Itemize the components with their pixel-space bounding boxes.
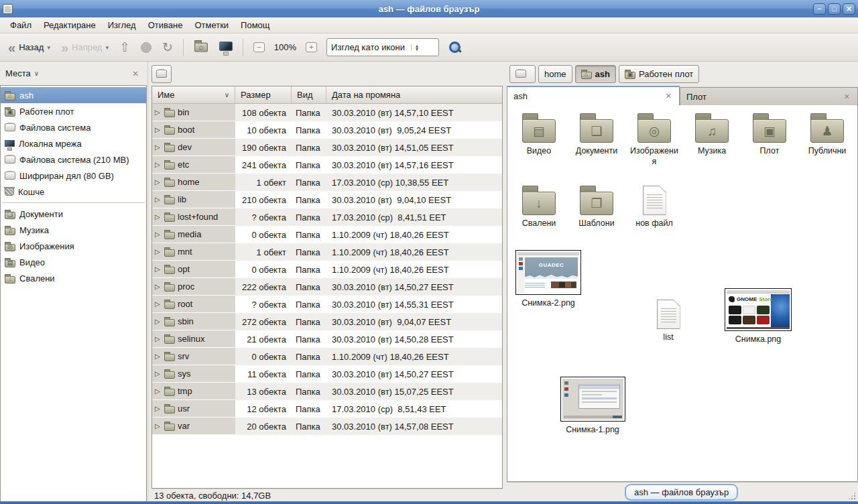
table-row[interactable]: ▷ usr 12 обекта Папка 17.03.2010 (ср) 8,…: [152, 400, 502, 418]
maximize-button[interactable]: □: [828, 3, 841, 15]
table-row[interactable]: ▷ srv 0 обекта Папка 1.10.2009 (чт) 18,4…: [152, 348, 502, 365]
expander-icon[interactable]: ▷: [155, 405, 162, 412]
table-row[interactable]: ▷ boot 10 обекта Папка 30.03.2010 (вт) 9…: [152, 121, 502, 139]
menu-item[interactable]: Помощ: [235, 18, 275, 32]
table-row[interactable]: ▷ media 0 обекта Папка 1.10.2009 (чт) 18…: [152, 226, 502, 243]
expander-icon[interactable]: ▷: [155, 126, 162, 133]
tab-close-icon[interactable]: ✕: [843, 92, 851, 101]
view-mode-select[interactable]: Изглед като икони ▴▾: [326, 38, 439, 56]
forward-button[interactable]: » Напред ▾: [57, 40, 113, 56]
home-button[interactable]: [190, 41, 212, 54]
titlebar[interactable]: ash — файлов браузър − □ ✕: [0, 0, 858, 17]
tab[interactable]: Плот ✕: [680, 87, 858, 105]
back-button[interactable]: « Назад ▾: [4, 40, 54, 56]
expander-icon[interactable]: ▷: [155, 109, 162, 116]
expander-icon[interactable]: ▷: [155, 370, 162, 377]
icon-item[interactable]: нов файл: [625, 183, 683, 231]
table-row[interactable]: ▷ opt 0 обекта Папка 1.10.2009 (чт) 18,4…: [152, 261, 502, 278]
path-button[interactable]: Работен плот: [619, 65, 699, 83]
tab[interactable]: ash ✕: [507, 86, 680, 105]
zoom-out-button[interactable]: −: [249, 40, 269, 55]
expander-icon[interactable]: ▷: [155, 265, 162, 273]
sidebar-close-icon[interactable]: ✕: [129, 68, 141, 80]
tab-close-icon[interactable]: ✕: [664, 92, 673, 101]
path-button[interactable]: ash: [575, 65, 616, 83]
expander-icon[interactable]: ▷: [155, 231, 162, 238]
icon-item[interactable]: Шаблони: [568, 183, 625, 231]
expander-icon[interactable]: ▷: [155, 318, 162, 325]
expander-icon[interactable]: ▷: [155, 248, 162, 255]
expander-icon[interactable]: ▷: [155, 422, 162, 430]
table-row[interactable]: ▷ mnt 1 обект Папка 1.10.2009 (чт) 18,40…: [152, 243, 502, 261]
table-row[interactable]: ▷ sbin 272 обекта Папка 30.03.2010 (вт) …: [152, 313, 502, 330]
root-path-button[interactable]: [151, 65, 172, 83]
sidebar-item[interactable]: Свалени: [1, 270, 146, 286]
menu-item[interactable]: Файл: [4, 18, 38, 32]
file-list[interactable]: list: [641, 298, 695, 343]
close-button[interactable]: ✕: [843, 3, 855, 15]
table-row[interactable]: ▷ root ? обекта Папка 30.03.2010 (вт) 14…: [152, 296, 502, 313]
sidebar-item[interactable]: Шифриран дял (80 GB): [1, 168, 146, 184]
sidebar-item[interactable]: ash: [1, 87, 146, 103]
column-header[interactable]: Размер: [235, 86, 292, 103]
expander-icon[interactable]: ▷: [155, 178, 162, 186]
column-header[interactable]: Дата на промяна: [326, 86, 502, 103]
expander-icon[interactable]: ▷: [155, 387, 162, 395]
sidebar-item[interactable]: Файлова система: [1, 119, 146, 135]
sidebar-item[interactable]: Документи: [1, 206, 146, 222]
back-dropdown-icon[interactable]: ▾: [47, 44, 50, 51]
expander-icon[interactable]: ▷: [155, 213, 162, 220]
path-button[interactable]: [509, 65, 536, 83]
menu-item[interactable]: Редактиране: [38, 18, 102, 32]
sidebar-item[interactable]: Локална мрежа: [1, 135, 146, 151]
icon-item[interactable]: Свалени: [510, 183, 568, 231]
sidebar-item[interactable]: Музика: [1, 222, 146, 238]
expander-icon[interactable]: ▷: [155, 196, 162, 203]
menu-item[interactable]: Отметки: [188, 18, 235, 32]
icon-item[interactable]: Документи: [568, 111, 625, 158]
table-row[interactable]: ▷ bin 108 обекта Папка 30.03.2010 (вт) 1…: [152, 104, 502, 121]
sidebar-item[interactable]: Видео: [1, 254, 146, 270]
path-button[interactable]: home: [538, 65, 572, 83]
taskbar-window-button[interactable]: ash — файлов браузър: [625, 484, 738, 501]
expander-icon[interactable]: ▷: [155, 161, 162, 168]
table-row[interactable]: ▷ selinux 21 обекта Папка 30.03.2010 (вт…: [152, 330, 502, 348]
chevron-down-icon[interactable]: ∨: [34, 70, 39, 77]
menu-item[interactable]: Изглед: [102, 18, 142, 32]
minimize-button[interactable]: −: [813, 3, 826, 15]
menu-item[interactable]: Отиване: [142, 18, 189, 32]
icon-item[interactable]: Плот: [741, 111, 798, 158]
file-snimka[interactable]: GNOME Store Снимка.png: [721, 288, 796, 345]
icon-view[interactable]: Видео Документи Изображения: [507, 105, 858, 482]
table-row[interactable]: ▷ lost+found ? обекта Папка 17.03.2010 (…: [152, 208, 502, 226]
table-row[interactable]: ▷ etc 241 обекта Папка 30.03.2010 (вт) 1…: [152, 156, 502, 174]
table-row[interactable]: ▷ sys 11 обекта Папка 30.03.2010 (вт) 14…: [152, 365, 502, 383]
icon-item[interactable]: Изображения: [625, 111, 683, 168]
expander-icon[interactable]: ▷: [155, 353, 162, 360]
sidebar-title[interactable]: Места: [5, 68, 31, 78]
search-button[interactable]: [448, 41, 462, 54]
file-snimka-1[interactable]: Снимка-1.png: [557, 377, 628, 436]
sidebar-item[interactable]: Файлова система (210 MB): [1, 151, 146, 168]
sidebar-item[interactable]: Работен плот: [1, 103, 146, 119]
table-row[interactable]: ▷ var 20 обекта Папка 30.03.2010 (вт) 14…: [152, 418, 502, 435]
icon-item[interactable]: Музика: [683, 111, 741, 158]
sidebar-item[interactable]: Кошче: [1, 184, 146, 200]
column-header[interactable]: Вид: [292, 86, 326, 103]
reload-button[interactable]: ↻: [158, 39, 177, 56]
expander-icon[interactable]: ▷: [155, 283, 162, 290]
zoom-in-button[interactable]: +: [302, 40, 321, 55]
table-row[interactable]: ▷ proc 222 обекта Папка 30.03.2010 (вт) …: [152, 278, 502, 296]
expander-icon[interactable]: ▷: [155, 300, 162, 308]
computer-button[interactable]: [215, 39, 237, 56]
column-header[interactable]: Име: [152, 86, 235, 103]
icon-item[interactable]: Публични: [798, 111, 856, 158]
table-row[interactable]: ▷ lib 210 обекта Папка 30.03.2010 (вт) 9…: [152, 191, 502, 208]
expander-icon[interactable]: ▷: [155, 143, 162, 151]
table-row[interactable]: ▷ dev 190 обекта Папка 30.03.2010 (вт) 1…: [152, 139, 502, 156]
table-row[interactable]: ▷ home 1 обект Папка 17.03.2010 (ср) 10,…: [152, 174, 502, 191]
sidebar-item[interactable]: Изображения: [1, 238, 146, 254]
up-button[interactable]: ⇧: [115, 39, 134, 56]
expander-icon[interactable]: ▷: [155, 335, 162, 342]
stop-button[interactable]: [137, 40, 156, 56]
